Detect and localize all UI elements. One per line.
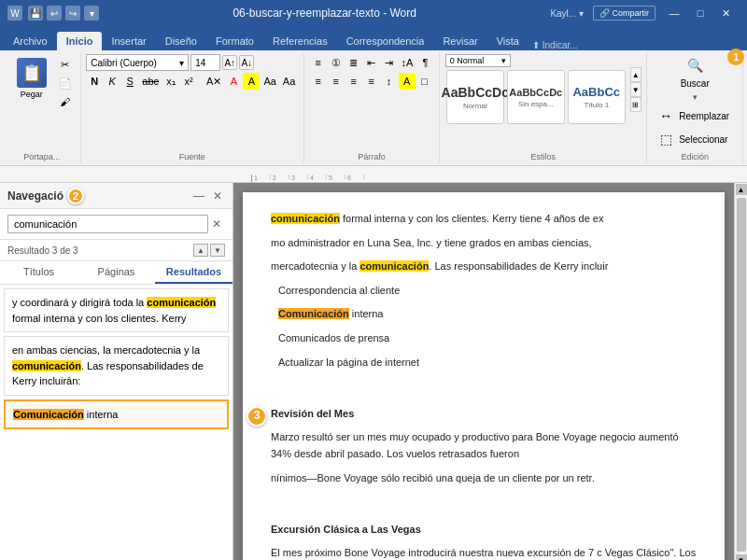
tab-paginas[interactable]: Páginas [78,261,155,284]
paste-label: Pegar [21,90,43,99]
tab-diseno[interactable]: Diseño [156,32,206,50]
style-normal[interactable]: AaBbCcDc Normal [446,70,504,124]
italic-button[interactable]: K [104,73,120,90]
nav-minimize-button[interactable]: — [191,189,206,203]
clear-format-button[interactable]: A✕ [204,73,224,90]
nav-title: Navegació [7,189,63,203]
format-painter-button[interactable]: 🖌 [56,93,75,110]
search-result-info: Resultado 3 de 3 ▲ ▼ [0,240,233,261]
indicator-button[interactable]: ⬆ Indicar... [532,40,578,50]
case-button[interactable]: Aa [280,73,298,90]
font-name-text: Calibri (Cuerpo) [91,58,157,68]
minimize-button[interactable]: — [661,4,687,22]
buscar-button[interactable]: 🔍 Buscar ▾ [653,54,737,104]
superscript-button[interactable]: x² [180,73,197,90]
styles-scroll-up[interactable]: ▲ [630,67,641,82]
search-icon: 🔍 [685,56,704,75]
sort-button[interactable]: ↕A [399,54,416,71]
strikethrough-button[interactable]: abc [139,73,162,90]
tab-vista[interactable]: Vista [487,32,529,50]
result-text-1: y coordinará y dirigirá toda la [12,297,147,308]
style-heading1[interactable]: AaBbCc Título 1 [568,70,626,124]
nav-tabs: Títulos Páginas Resultados [0,261,233,285]
reemplazar-button[interactable]: ↔ Reemplazar [653,105,737,127]
highlight-button[interactable]: A [243,73,260,90]
doc-paragraph: Actualizar la página de internet [271,355,697,371]
font-shade-button[interactable]: Aa [261,73,278,90]
main-area: Navegació 2 — ✕ ✕ Resultado 3 de 3 ▲ ▼ T… [0,183,747,560]
bold-button[interactable]: N [86,73,103,90]
scroll-thumb[interactable] [737,198,746,552]
nav-close-button[interactable]: ✕ [210,189,225,203]
align-left-button[interactable]: ≡ [310,73,327,90]
shading-button[interactable]: A [399,73,416,90]
doc-paragraph: Excursión Clásica a Las Vegas [271,522,697,539]
word-icon[interactable]: W [7,6,22,21]
result-count: Resultado 3 de 3 [7,245,78,256]
paragraph-group: ≡ ① ≣ ⇤ ⇥ ↕A ¶ ≡ ≡ ≡ ≡ ↕ A □ [304,52,440,163]
justify-button[interactable]: ≡ [363,73,380,90]
tab-insertar[interactable]: Insertar [102,32,155,50]
share-button[interactable]: 🔗 Compartir [593,6,655,21]
scroll-down-button[interactable]: ▼ [736,554,747,560]
list-item[interactable]: en ambas ciencias, la mercadotecnia y la… [4,336,229,396]
font-size-box[interactable]: 14 [190,54,220,71]
font-controls: Calibri (Cuerpo) ▾ 14 A↑ A↓ N K S abc x₁… [86,54,298,90]
save-icon[interactable]: 💾 [28,6,43,21]
tab-formato[interactable]: Formato [206,32,263,50]
font-color-button[interactable]: A [225,73,242,90]
search-clear-button[interactable]: ✕ [208,216,225,232]
pilcrow-button[interactable]: ¶ [416,54,433,71]
tab-inicio[interactable]: Inicio [57,32,103,50]
copy-button[interactable]: 📄 [56,75,75,91]
doc-paragraph: nínimos—Bone Voyage sólo recibió una que… [271,470,697,487]
align-center-button[interactable]: ≡ [328,73,345,90]
tab-archivo[interactable]: Archivo [4,32,57,50]
result-text-2: en ambas ciencias, la mercadotecnia y la [12,344,200,356]
redo-icon[interactable]: ↪ [65,6,80,21]
subscript-button[interactable]: x₁ [162,73,179,90]
doc-text-6: Comunicados de prensa [278,332,389,343]
vertical-scrollbar[interactable]: ▲ ▼ [734,183,747,560]
scroll-up-button[interactable]: ▲ [736,184,747,195]
styles-scroll-down[interactable]: ▼ [630,82,641,97]
seleccionar-button[interactable]: ⬚ Seleccionar [653,128,737,150]
line-spacing-button[interactable]: ↕ [381,73,398,90]
customize-icon[interactable]: ▾ [84,6,99,21]
multilevel-button[interactable]: ≣ [345,54,362,71]
maximize-button[interactable]: □ [687,4,713,22]
style-no-space[interactable]: AaBbCcDc Sin espa... [507,70,565,124]
tab-revisar[interactable]: Revisar [433,32,486,50]
doc-text-2: mo administrador en Luna Sea, Inc. y tie… [271,237,592,248]
user-account[interactable]: Kayl... ▾ [550,8,584,19]
align-right-button[interactable]: ≡ [345,73,362,90]
tab-resultados[interactable]: Resultados [155,261,233,284]
decrease-indent-button[interactable]: ⇤ [363,54,380,71]
cut-button[interactable]: ✂ [56,56,75,73]
replace-icon: ↔ [656,106,675,125]
bullets-button[interactable]: ≡ [310,54,327,71]
undo-icon[interactable]: ↩ [47,6,62,21]
prev-result-button[interactable]: ▲ [193,244,208,257]
highlight-2: comunicación [12,360,81,371]
style-dropdown[interactable]: 0 Normal ▾ [445,54,511,67]
increase-indent-button[interactable]: ⇥ [381,54,398,71]
document-scroll[interactable]: 4 comunicación formal interna y con los … [233,183,734,560]
tab-referencias[interactable]: Referencias [263,32,337,50]
paste-button[interactable]: 📋 Pegar [9,54,54,103]
styles-more[interactable]: ⊞ [630,97,641,112]
next-result-button[interactable]: ▼ [210,244,225,257]
underline-button[interactable]: S [121,73,138,90]
increase-font-button[interactable]: A↑ [222,55,237,70]
search-input[interactable] [7,215,208,233]
decrease-font-button[interactable]: A↓ [239,55,254,70]
tab-correspondencia[interactable]: Correspondencia [337,32,434,50]
list-item[interactable]: Comunicación interna [4,399,229,430]
close-button[interactable]: ✕ [713,4,740,22]
tab-titulos[interactable]: Títulos [0,261,78,284]
font-name-box[interactable]: Calibri (Cuerpo) ▾ [86,54,189,71]
para-label: Párrafo [358,150,386,161]
list-item[interactable]: y coordinará y dirigirá toda la comunica… [4,288,229,332]
border-button[interactable]: □ [416,73,433,90]
numbering-button[interactable]: ① [328,54,345,71]
